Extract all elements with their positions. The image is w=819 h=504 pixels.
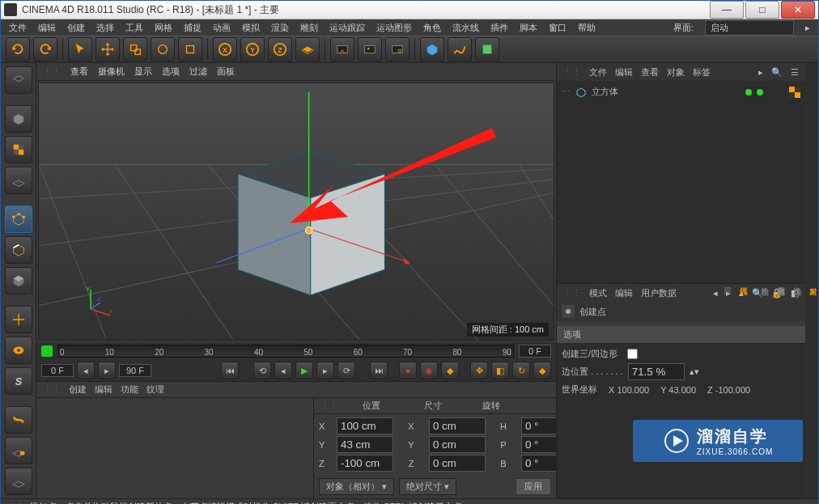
key-scale-icon[interactable]: ◧ <box>491 362 509 379</box>
object-mode-dropdown[interactable]: 对象（相对） ▾ <box>319 478 394 495</box>
close-button[interactable]: ✕ <box>781 1 815 19</box>
tri-quad-checkbox[interactable] <box>627 349 638 359</box>
edge-pos-input[interactable] <box>628 363 685 380</box>
axis-mode-button[interactable] <box>5 306 32 333</box>
rotate-button[interactable] <box>151 37 175 61</box>
point-mode-button[interactable] <box>5 205 32 233</box>
menu-item[interactable]: 脚本 <box>520 22 537 34</box>
minimize-button[interactable]: — <box>710 1 744 19</box>
phong-tag-icon[interactable] <box>789 87 800 98</box>
menu-item[interactable]: 插件 <box>490 22 508 34</box>
nav-fwd-icon[interactable]: ▸ <box>726 288 731 299</box>
am-tab[interactable]: 用户数据 <box>641 287 677 299</box>
key-rotate-icon[interactable]: ↻ <box>512 362 530 379</box>
object-name[interactable]: 立方体 <box>592 86 618 98</box>
disclosure-icon[interactable]: ⋯ <box>562 87 571 97</box>
next-frame-icon[interactable]: ▸ <box>316 362 334 379</box>
grip-icon[interactable]: ⋮⋮ <box>320 400 338 411</box>
lock-icon[interactable]: 🔒 <box>771 288 783 299</box>
viewport-solo-button[interactable] <box>5 337 32 364</box>
menu-item[interactable]: 工具 <box>125 22 143 34</box>
apply-button[interactable]: 应用 <box>516 478 551 495</box>
search-icon[interactable]: 🔍 <box>771 67 783 78</box>
menu-item[interactable]: 雕刻 <box>300 22 318 34</box>
options-header[interactable]: 选项 <box>557 326 805 343</box>
select-button[interactable] <box>68 37 92 61</box>
layout-next-icon[interactable]: ▸ <box>805 23 810 33</box>
am-tab[interactable]: 编辑 <box>615 287 633 299</box>
menu-item[interactable]: 选择 <box>96 22 114 34</box>
vp-menu-item[interactable]: 查看 <box>70 66 88 78</box>
generator-button[interactable] <box>475 37 499 61</box>
object-row[interactable]: ⋯ 立方体 <box>562 84 800 100</box>
size-y-input[interactable] <box>429 436 486 453</box>
coord-system-button[interactable] <box>295 37 320 61</box>
range-prev-icon[interactable]: ◂ <box>77 362 95 379</box>
grip-icon[interactable]: ⋮⋮ <box>563 288 581 299</box>
autokey-icon[interactable]: ◉ <box>420 362 438 379</box>
search-icon[interactable]: 🔍 <box>752 288 763 299</box>
nav-up-icon[interactable]: ▴ <box>739 288 744 299</box>
attr-tab[interactable]: 纹理 <box>146 383 164 396</box>
new-window-icon[interactable]: ◧ <box>791 288 799 299</box>
menu-item[interactable]: 流水线 <box>452 22 479 34</box>
play-icon[interactable]: ▶ <box>295 362 313 379</box>
current-frame-a[interactable]: 0 F <box>519 345 551 358</box>
attr-tab[interactable]: 功能 <box>121 383 138 396</box>
edge-mode-button[interactable] <box>5 236 32 264</box>
vp-menu-item[interactable]: 摄像机 <box>98 66 125 78</box>
model-mode-button[interactable] <box>5 105 32 133</box>
vp-menu-item[interactable]: 面板 <box>217 66 235 78</box>
om-tab[interactable]: 编辑 <box>615 66 633 78</box>
pos-z-input[interactable] <box>337 455 393 472</box>
render-picture-button[interactable] <box>358 37 382 61</box>
grip-icon[interactable]: ⋮⋮ <box>43 66 61 77</box>
recent-tool-button[interactable] <box>178 37 202 61</box>
render-settings-button[interactable] <box>385 37 410 61</box>
layout-dropdown[interactable]: 启动 <box>705 20 794 36</box>
size-x-input[interactable] <box>429 417 486 434</box>
timeline-ruler[interactable]: 0 10 20 30 40 50 60 70 80 90 <box>57 345 514 358</box>
pos-x-input[interactable] <box>337 417 393 434</box>
om-tab[interactable]: 对象 <box>667 66 685 78</box>
range-start[interactable]: 0 F <box>41 364 74 377</box>
menu-item[interactable]: 角色 <box>423 22 441 34</box>
pos-y-input[interactable] <box>337 436 393 453</box>
spline-button[interactable] <box>448 37 472 61</box>
snap-button[interactable]: S <box>5 367 32 395</box>
menu-item[interactable]: 文件 <box>9 22 27 34</box>
make-editable-button[interactable] <box>5 66 32 94</box>
om-tab[interactable]: 标签 <box>693 66 711 78</box>
polygon-mode-button[interactable] <box>5 267 32 294</box>
menu-item[interactable]: 运动跟踪 <box>329 22 365 34</box>
menu-item[interactable]: 渲染 <box>271 22 289 34</box>
range-end[interactable]: 90 F <box>119 364 151 377</box>
vp-menu-item[interactable]: 选项 <box>162 66 180 78</box>
planar-workplane-button[interactable] <box>5 468 32 495</box>
y-axis-button[interactable]: Y <box>240 37 265 61</box>
redo-button[interactable] <box>33 37 57 61</box>
visibility-editor-dot[interactable] <box>745 89 752 95</box>
menu-item[interactable]: 编辑 <box>38 22 56 34</box>
attr-tab[interactable]: 创建 <box>69 383 87 396</box>
om-tab[interactable]: 文件 <box>589 66 607 78</box>
menu-item[interactable]: 运动图形 <box>376 22 412 34</box>
key-selection-icon[interactable]: ◆ <box>441 362 459 379</box>
am-tab[interactable]: 模式 <box>589 287 607 299</box>
primitive-cube-button[interactable] <box>420 37 444 61</box>
spinner-icon[interactable]: ▴▾ <box>690 366 699 377</box>
key-param-icon[interactable]: ◆ <box>533 362 551 379</box>
timeline-start-marker[interactable] <box>41 345 53 357</box>
goto-end-icon[interactable]: ⏭ <box>370 362 388 379</box>
visibility-render-dot[interactable] <box>757 89 763 95</box>
goto-start-icon[interactable]: ⏮ <box>221 362 239 379</box>
vp-menu-item[interactable]: 显示 <box>134 66 152 78</box>
grip-icon[interactable]: ⋮⋮ <box>43 384 61 395</box>
next-key-icon[interactable]: ⟳ <box>337 362 355 379</box>
maximize-button[interactable]: □ <box>745 1 779 19</box>
z-axis-button[interactable]: Z <box>268 37 292 61</box>
size-z-input[interactable] <box>429 455 486 472</box>
render-view-button[interactable] <box>330 37 354 61</box>
menu-item[interactable]: 动画 <box>213 22 231 34</box>
workplane-mode-button[interactable] <box>5 167 32 194</box>
